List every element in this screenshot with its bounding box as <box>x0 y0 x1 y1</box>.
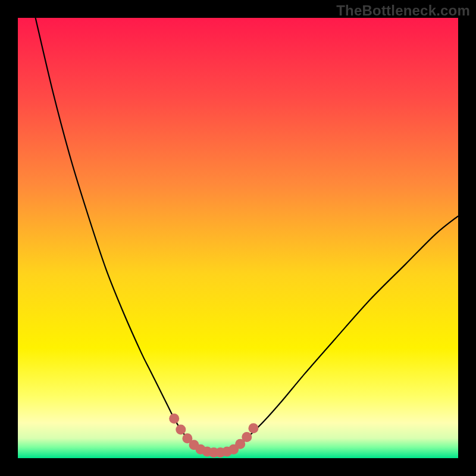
bottleneck-chart <box>18 18 458 458</box>
marker-dot <box>169 414 179 424</box>
marker-dot <box>176 424 186 434</box>
marker-dot <box>248 423 258 433</box>
gradient-background <box>18 18 458 458</box>
chart-frame: TheBottleneck.com <box>0 0 476 476</box>
watermark-text: TheBottleneck.com <box>336 2 470 19</box>
marker-dot <box>242 432 252 442</box>
